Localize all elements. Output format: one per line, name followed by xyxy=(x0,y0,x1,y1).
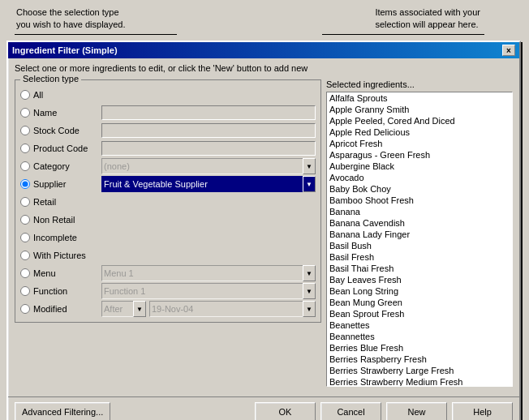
new-button[interactable]: New xyxy=(386,402,447,420)
function-select[interactable]: Function 1 xyxy=(101,283,316,299)
radio-all[interactable] xyxy=(20,90,30,100)
list-item[interactable]: Apple Peeled, Cored And Diced xyxy=(327,115,512,126)
label-nonretail: Non Retail xyxy=(33,215,98,225)
list-item[interactable]: Berries Strawberry Medium Fresh xyxy=(327,376,512,387)
label-function: Function xyxy=(33,286,98,296)
list-item[interactable]: Beanettes xyxy=(327,319,512,331)
help-button[interactable]: Help xyxy=(452,402,513,420)
close-button[interactable]: × xyxy=(502,45,515,56)
label-name: Name xyxy=(33,108,98,118)
footer: Advanced Filtering... OK Cancel New Help xyxy=(8,396,519,420)
radio-menu[interactable] xyxy=(20,268,30,278)
name-input[interactable] xyxy=(101,105,316,120)
list-item[interactable]: Basil Thai Fresh xyxy=(327,263,512,274)
radio-function[interactable] xyxy=(20,286,30,296)
selection-group: Selection type All Name xyxy=(15,79,321,323)
annotation-right: Items associated with your selection wil… xyxy=(375,6,480,32)
product-input[interactable] xyxy=(101,141,316,156)
radio-row-stock: Stock Code xyxy=(20,122,316,139)
ingredient-list[interactable]: Alfalfa SproutsApple Granny SmithApple P… xyxy=(326,92,513,387)
modified-date-select[interactable]: 19-Nov-04 xyxy=(149,301,316,317)
list-item[interactable]: Basil Fresh xyxy=(327,251,512,263)
radio-product[interactable] xyxy=(20,144,30,153)
radio-row-category: Category (none) ▼ xyxy=(20,158,316,174)
label-all: All xyxy=(33,90,98,100)
list-item[interactable]: Berries Strawberry Large Fresh xyxy=(327,365,512,376)
label-supplier: Supplier xyxy=(33,179,98,189)
list-item[interactable]: Bay Leaves Fresh xyxy=(327,274,512,285)
label-retail: Retail xyxy=(33,197,98,207)
footer-right-buttons: OK Cancel New Help xyxy=(255,402,513,420)
category-select-wrapper: (none) ▼ xyxy=(101,158,316,174)
radio-modified[interactable] xyxy=(20,304,30,314)
advanced-filtering-button[interactable]: Advanced Filtering... xyxy=(15,402,110,420)
list-item[interactable]: Banana Lady Finger xyxy=(327,229,512,240)
label-menu: Menu xyxy=(33,268,98,278)
radio-row-pictures: With Pictures xyxy=(20,247,316,264)
list-item[interactable]: Banana Cavendish xyxy=(327,217,512,229)
radio-row-name: Name xyxy=(20,105,316,121)
radio-supplier[interactable] xyxy=(20,179,30,189)
radio-row-function: Function Function 1 ▼ xyxy=(20,283,316,299)
radio-row-incomplete: Incomplete xyxy=(20,229,316,246)
list-item[interactable]: Asparagus - Green Fresh xyxy=(327,149,512,161)
list-item[interactable]: Avocado xyxy=(327,172,512,183)
selection-list: All Name Stock Code xyxy=(20,84,316,317)
category-select[interactable]: (none) xyxy=(101,158,316,174)
radio-retail[interactable] xyxy=(20,197,30,207)
stock-input[interactable] xyxy=(101,123,316,138)
annotation-left: Choose the selection type you wish to ha… xyxy=(16,6,126,32)
list-item[interactable]: Berries Raspberry Fresh xyxy=(327,354,512,365)
right-panel: Selected ingredients... Alfalfa SproutsA… xyxy=(326,79,513,387)
instruction-text: Select one or more ingredients to edit, … xyxy=(15,63,513,73)
group-box-label: Selection type xyxy=(20,74,81,84)
radio-row-product: Product Code xyxy=(20,140,316,156)
radio-row-menu: Menu Menu 1 ▼ xyxy=(20,265,316,281)
cancel-button[interactable]: Cancel xyxy=(320,402,381,420)
radio-name[interactable] xyxy=(20,108,30,118)
function-select-wrapper: Function 1 ▼ xyxy=(101,283,316,299)
ingredient-list-area: Alfalfa SproutsApple Granny SmithApple P… xyxy=(326,92,513,387)
list-item[interactable]: Apricot Fresh xyxy=(327,138,512,149)
list-item[interactable]: Apple Red Delicious xyxy=(327,126,512,138)
list-item[interactable]: Bamboo Shoot Fresh xyxy=(327,195,512,206)
title-bar: Ingredient Filter (Simple) × xyxy=(8,42,519,58)
radio-incomplete[interactable] xyxy=(20,233,30,242)
radio-row-retail: Retail xyxy=(20,194,316,210)
radio-row-supplier: Supplier Fruit & Vegetable Supplier ▼ xyxy=(20,176,316,192)
list-item[interactable]: Apple Granny Smith xyxy=(327,104,512,115)
modified-after-select[interactable]: After xyxy=(101,301,146,317)
radio-stock[interactable] xyxy=(20,126,30,135)
supplier-select[interactable]: Fruit & Vegetable Supplier xyxy=(101,176,316,192)
left-panel: Selection type All Name xyxy=(15,79,321,387)
menu-select[interactable]: Menu 1 xyxy=(101,265,316,281)
list-item[interactable]: Aubergine Black xyxy=(327,161,512,172)
menu-select-wrapper: Menu 1 ▼ xyxy=(101,265,316,281)
list-item[interactable]: Banana xyxy=(327,206,512,217)
label-incomplete: Incomplete xyxy=(33,233,98,242)
radio-row-all: All xyxy=(20,87,316,103)
supplier-select-wrapper: Fruit & Vegetable Supplier ▼ xyxy=(101,176,316,192)
label-stock: Stock Code xyxy=(33,126,98,135)
radio-pictures[interactable] xyxy=(20,251,30,260)
annotation-line-left xyxy=(15,34,177,35)
modified-after-wrapper: After ▼ xyxy=(101,301,146,317)
list-item[interactable]: Bean Long String xyxy=(327,285,512,297)
list-item[interactable]: Basil Bush xyxy=(327,240,512,251)
modified-controls: After ▼ 19-Nov-04 ▼ xyxy=(101,301,316,317)
label-category: Category xyxy=(33,161,98,171)
label-pictures: With Pictures xyxy=(33,251,98,260)
radio-category[interactable] xyxy=(20,161,30,171)
list-item[interactable]: Baby Bok Choy xyxy=(327,183,512,195)
list-item[interactable]: Alfalfa Sprouts xyxy=(327,92,512,104)
ok-button[interactable]: OK xyxy=(255,402,316,420)
list-item[interactable]: Bean Sprout Fresh xyxy=(327,308,512,319)
radio-row-nonretail: Non Retail xyxy=(20,212,316,228)
list-item[interactable]: Bean Mung Green xyxy=(327,297,512,308)
label-product: Product Code xyxy=(33,144,98,153)
list-item[interactable]: Beannettes xyxy=(327,331,512,342)
modified-date-wrapper: 19-Nov-04 ▼ xyxy=(149,301,316,317)
dialog-title: Ingredient Filter (Simple) xyxy=(12,45,118,55)
list-item[interactable]: Berries Blue Fresh xyxy=(327,342,512,354)
radio-nonretail[interactable] xyxy=(20,215,30,225)
